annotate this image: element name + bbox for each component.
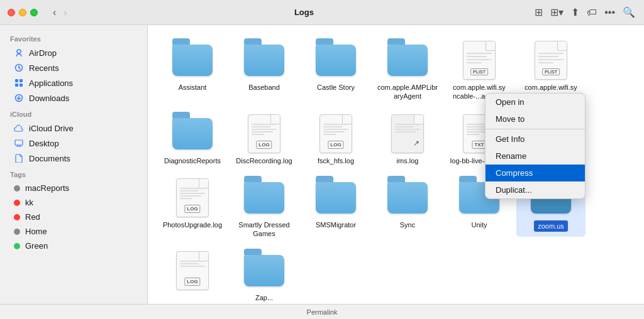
desktop-icon bbox=[14, 138, 24, 148]
folder-icon-smsmigrator bbox=[316, 178, 356, 218]
share-icon[interactable]: ⬆ bbox=[570, 5, 580, 19]
file-item-photos-upgrade[interactable]: LOG PhotosUpgrade.log bbox=[158, 173, 227, 234]
kk-label: kk bbox=[25, 198, 33, 207]
folder-icon-baseband bbox=[244, 40, 284, 80]
green-dot bbox=[14, 243, 20, 249]
documents-label: Documents bbox=[29, 154, 70, 163]
status-permalink: Permalink bbox=[307, 308, 338, 316]
favorites-label: Favorites bbox=[0, 30, 147, 45]
context-menu-compress[interactable]: Compress bbox=[486, 165, 585, 181]
sidebar-item-downloads[interactable]: Downloads bbox=[4, 90, 143, 105]
sidebar-item-documents[interactable]: Documents bbox=[4, 151, 143, 166]
file-item-ampli[interactable]: com.apple.AMPLibraryAgent bbox=[373, 35, 442, 106]
mac-reports-dot bbox=[14, 185, 20, 192]
sidebar-item-recents[interactable]: Recents bbox=[4, 60, 143, 75]
applications-icon bbox=[14, 78, 24, 88]
file-item-fsck[interactable]: LOG fsck_hfs.log bbox=[301, 109, 370, 170]
sidebar-item-desktop[interactable]: Desktop bbox=[4, 136, 143, 151]
view-grid-icon[interactable]: ⊞ bbox=[533, 5, 544, 19]
log-icon-disc-recording: LOG bbox=[244, 114, 284, 154]
more-icon[interactable]: ••• bbox=[603, 6, 616, 19]
home-dot bbox=[14, 229, 20, 235]
recents-icon bbox=[14, 63, 24, 73]
file-label-smsmigrator: SMSMigrator bbox=[316, 220, 356, 229]
home-label: Home bbox=[25, 227, 47, 236]
sidebar-item-airdrop[interactable]: AirDrop bbox=[4, 45, 143, 60]
file-label-ampli: com.apple.AMPLibraryAgent bbox=[376, 83, 439, 101]
green-label: Green bbox=[25, 241, 48, 251]
context-menu-divider bbox=[486, 129, 585, 129]
file-label-folder-bottom: Zap... bbox=[255, 293, 273, 302]
nav-buttons: ‹ › bbox=[50, 6, 70, 19]
sidebar-item-mac-reports[interactable]: macReports bbox=[4, 181, 143, 195]
plist-icon-wifi-acy: PLIST bbox=[459, 40, 499, 80]
desktop-label: Desktop bbox=[29, 139, 59, 148]
window-title: Logs bbox=[80, 8, 529, 17]
main-layout: Favorites AirDrop Recents Applications D… bbox=[0, 25, 644, 304]
file-item-zoom[interactable]: zoom.us Open in Move to Get Info Rename … bbox=[516, 173, 586, 237]
traffic-lights bbox=[8, 9, 38, 16]
file-label-ims: ims.log bbox=[397, 156, 419, 165]
toolbar-right: ⊞ ⊞▾ ⬆ 🏷 ••• 🔍 bbox=[533, 5, 636, 19]
file-label-assistant: Assistant bbox=[179, 83, 207, 92]
sidebar: Favorites AirDrop Recents Applications D… bbox=[0, 25, 148, 304]
downloads-icon bbox=[14, 93, 24, 103]
file-item-folder-bottom[interactable]: Zap... bbox=[230, 246, 299, 304]
kk-dot bbox=[14, 200, 20, 206]
folder-icon-smartly-dressed bbox=[244, 178, 284, 218]
file-grid: Assistant Baseband Castle Story bbox=[158, 35, 634, 304]
svg-rect-5 bbox=[19, 84, 23, 87]
file-item-castle-story[interactable]: Castle Story bbox=[301, 35, 370, 97]
status-bar: Permalink bbox=[0, 304, 644, 319]
maximize-button[interactable] bbox=[30, 9, 38, 16]
svg-rect-2 bbox=[15, 79, 18, 82]
log-icon-photos-upgrade: LOG bbox=[172, 178, 213, 218]
file-label-unity: Unity bbox=[471, 220, 487, 229]
svg-rect-7 bbox=[15, 140, 23, 145]
file-item-smsmigrator[interactable]: SMSMigrator bbox=[301, 173, 370, 234]
file-item-assistant[interactable]: Assistant bbox=[158, 35, 227, 97]
context-menu-move-to[interactable]: Move to bbox=[486, 111, 585, 127]
documents-icon bbox=[14, 153, 24, 163]
forward-button[interactable]: › bbox=[61, 6, 69, 19]
file-label-smartly-dressed: Smartly Dressed Games bbox=[233, 220, 296, 239]
tag-icon[interactable]: 🏷 bbox=[586, 6, 598, 19]
file-label-fsck: fsck_hfs.log bbox=[318, 156, 354, 165]
file-label-sync: Sync bbox=[400, 220, 415, 229]
log-icon-bottom: LOG bbox=[172, 251, 213, 291]
title-bar: ‹ › Logs ⊞ ⊞▾ ⬆ 🏷 ••• 🔍 bbox=[0, 0, 644, 25]
tags-label: Tags bbox=[0, 166, 147, 181]
file-item-smartly-dressed[interactable]: Smartly Dressed Games bbox=[230, 173, 299, 244]
context-menu-open-in[interactable]: Open in bbox=[486, 94, 585, 111]
file-label-photos-upgrade: PhotosUpgrade.log bbox=[163, 220, 222, 229]
file-item-log-bottom[interactable]: LOG bbox=[158, 246, 227, 298]
file-item-disc-recording[interactable]: LOG DiscRecording.log bbox=[230, 109, 299, 170]
close-button[interactable] bbox=[8, 9, 15, 16]
sidebar-item-green[interactable]: Green bbox=[4, 239, 143, 253]
view-options-icon[interactable]: ⊞▾ bbox=[549, 5, 565, 19]
sidebar-item-kk[interactable]: kk bbox=[4, 195, 143, 210]
sidebar-item-red[interactable]: Red bbox=[4, 210, 143, 224]
svg-rect-3 bbox=[19, 79, 23, 82]
red-label: Red bbox=[25, 212, 40, 222]
file-item-ims[interactable]: ↗ ims.log bbox=[373, 109, 442, 170]
context-menu-rename[interactable]: Rename bbox=[486, 148, 585, 165]
back-button[interactable]: ‹ bbox=[50, 6, 58, 19]
context-menu-get-info[interactable]: Get Info bbox=[486, 131, 585, 148]
file-item-baseband[interactable]: Baseband bbox=[230, 35, 299, 97]
context-menu: Open in Move to Get Info Rename Compress… bbox=[485, 93, 586, 199]
sidebar-item-home[interactable]: Home bbox=[4, 224, 143, 239]
sidebar-item-icloud-drive[interactable]: iCloud Drive bbox=[4, 121, 143, 136]
file-item-diagnostic[interactable]: DiagnosticReports bbox=[158, 109, 227, 170]
sidebar-item-applications[interactable]: Applications bbox=[4, 75, 143, 90]
content-area: Assistant Baseband Castle Story bbox=[148, 25, 644, 304]
plist-icon-wifi-orks: PLIST bbox=[531, 40, 571, 80]
svg-point-0 bbox=[17, 50, 21, 53]
context-menu-duplicate[interactable]: Duplicat... bbox=[486, 181, 585, 198]
file-item-sync[interactable]: Sync bbox=[373, 173, 442, 234]
folder-icon-diagnostic bbox=[172, 114, 213, 154]
search-icon[interactable]: 🔍 bbox=[621, 5, 636, 19]
applications-label: Applications bbox=[29, 78, 73, 88]
recents-label: Recents bbox=[29, 63, 59, 73]
minimize-button[interactable] bbox=[19, 9, 26, 16]
